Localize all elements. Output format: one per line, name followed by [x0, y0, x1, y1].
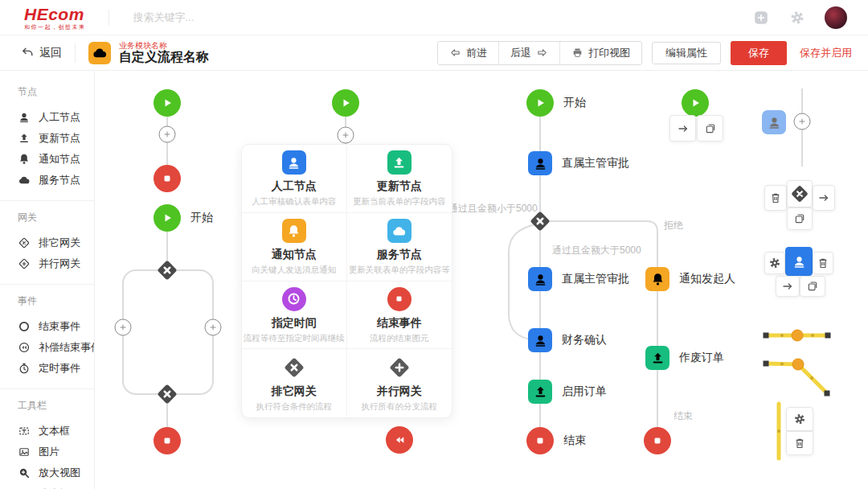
- flow-node-gateway[interactable]: [155, 382, 179, 406]
- save-button[interactable]: 保存: [731, 41, 787, 65]
- flow-node-start[interactable]: 开始: [526, 89, 554, 117]
- palette-item-title: 结束事件: [377, 316, 422, 331]
- node-settings-button[interactable]: [764, 252, 785, 274]
- palette-item[interactable]: 指定时间流程等待至指定时间再继续: [242, 281, 347, 350]
- flow-node-upload[interactable]: 作废订单: [645, 346, 669, 370]
- sidebar-item[interactable]: 定时事件: [18, 358, 94, 379]
- topbar: HEcom 和你一起，创想未来: [0, 0, 868, 35]
- palette-item[interactable]: 结束事件流程的结束图元: [347, 281, 452, 350]
- palette-item[interactable]: 通知节点向关键人发送消息通知: [242, 213, 347, 281]
- sidebar-item[interactable]: 服务节点: [18, 170, 94, 191]
- backward-button[interactable]: 后退: [498, 42, 559, 64]
- flow-node-bell[interactable]: 通知发起人: [645, 267, 669, 291]
- user-icon: [282, 150, 306, 175]
- sidebar-item[interactable]: 放大视图: [18, 462, 94, 483]
- flow-title-block: 业务模块名称 自定义流程名称: [119, 41, 209, 65]
- palette-item-title: 人工节点: [272, 179, 317, 194]
- flow-node-user[interactable]: 直属主管审批: [528, 267, 552, 291]
- sidebar-item[interactable]: 补偿结束事件: [18, 337, 94, 358]
- trash-icon: [793, 437, 806, 450]
- sidebar-item[interactable]: 人工节点: [18, 107, 94, 128]
- flow-node-add[interactable]: [205, 319, 222, 336]
- copy-node-button[interactable]: [800, 276, 825, 297]
- connect-arrow-button[interactable]: [813, 185, 835, 211]
- palette-item[interactable]: 排它网关执行符合条件的流程: [242, 349, 347, 417]
- upload-icon: [387, 150, 411, 175]
- module-label: 业务模块名称: [119, 41, 209, 51]
- flow-toolbar: 返回 业务模块名称 自定义流程名称 前进 后退 打印视图: [0, 35, 868, 71]
- node-palette-panel: 人工节点人工审核确认表单内容更新节点更新当前表单的字段内容通知节点向关键人发送消…: [241, 144, 452, 418]
- palette-item-desc: 流程等待至指定时间再继续: [244, 333, 345, 344]
- palette-item[interactable]: 更新节点更新当前表单的字段内容: [347, 145, 452, 213]
- sidebar-item[interactable]: 图片: [18, 442, 94, 462]
- flow-node-start[interactable]: [332, 89, 359, 117]
- connector-settings-button[interactable]: [786, 407, 813, 431]
- gear-icon: [793, 413, 806, 425]
- flow-node-label: 财务确认: [562, 333, 607, 347]
- palette-item-title: 服务节点: [377, 248, 422, 262]
- flow-node-label: 作废订单: [679, 351, 724, 365]
- sidebar-item[interactable]: 并行网关: [18, 253, 94, 274]
- print-view-button[interactable]: 打印视图: [559, 42, 641, 64]
- flow-node-add[interactable]: [159, 126, 176, 143]
- forward-button[interactable]: 前进: [438, 42, 498, 64]
- connector-delete-button[interactable]: [786, 431, 813, 455]
- sidebar-item[interactable]: 排它网关: [18, 232, 94, 253]
- sidebar-item-label: 放大视图: [39, 466, 80, 480]
- logo-text: HEcom: [24, 6, 86, 23]
- user-icon: [792, 254, 807, 269]
- connector-midpoint-handles[interactable]: [792, 330, 804, 370]
- flow-node-label: 直属主管审批: [562, 272, 629, 286]
- flow-node-start[interactable]: [682, 89, 709, 117]
- settings-gear-icon[interactable]: [789, 10, 805, 26]
- delete-node-button[interactable]: [764, 185, 787, 211]
- sidebar-item-label: 排它网关: [39, 236, 80, 250]
- bell-icon: [18, 153, 31, 166]
- flow-node-gateway[interactable]: [155, 258, 179, 282]
- flow-node-upload[interactable]: 启用订单: [528, 380, 552, 404]
- palette-item[interactable]: 人工节点人工审核确认表单内容: [242, 145, 347, 213]
- connect-arrow-button[interactable]: [776, 276, 800, 297]
- flow-node-end[interactable]: [154, 427, 181, 454]
- flow-node-user[interactable]: 直属主管审批: [528, 151, 552, 175]
- search-input[interactable]: [132, 10, 376, 24]
- diamond-plus-icon: [387, 355, 411, 380]
- flow-node-start[interactable]: [154, 89, 181, 117]
- delete-node-button[interactable]: [813, 252, 833, 274]
- flow-node-end[interactable]: 结束: [526, 427, 554, 454]
- flow-canvas[interactable]: 人工节点人工审核确认表单内容更新节点更新当前表单的字段内容通知节点向关键人发送消…: [95, 71, 868, 489]
- flow-node-user-faded[interactable]: [762, 110, 786, 134]
- cloud-icon: [18, 174, 31, 187]
- add-app-icon[interactable]: [752, 9, 770, 27]
- avatar[interactable]: [825, 6, 847, 29]
- selected-user-node[interactable]: [785, 247, 813, 276]
- sidebar-item[interactable]: 文本框: [18, 421, 94, 442]
- flow-node-add[interactable]: [338, 127, 354, 144]
- gateway-node-card[interactable]: [787, 180, 813, 208]
- palette-item[interactable]: 服务节点更新关联表单的字段内容等: [347, 213, 452, 281]
- flow-node-add[interactable]: [794, 113, 811, 130]
- sidebar-section: 工具栏文本框图片放大视图缩小视图查看帮助: [0, 389, 94, 489]
- flow-node-user[interactable]: 财务确认: [528, 328, 552, 352]
- sidebar-item[interactable]: 更新节点: [18, 128, 94, 149]
- palette-item[interactable]: 并行网关执行所有的分支流程: [347, 349, 452, 417]
- edit-properties-button[interactable]: 编辑属性: [652, 42, 721, 64]
- flow-node-add[interactable]: [115, 319, 132, 336]
- connect-arrow-button[interactable]: [669, 115, 696, 142]
- sidebar-item[interactable]: 缩小视图: [18, 483, 94, 489]
- sidebar-item[interactable]: 通知节点: [18, 149, 94, 170]
- logo[interactable]: HEcom 和你一起，创想未来: [24, 6, 86, 30]
- flow-node-label: 结束: [563, 434, 586, 448]
- sidebar-item[interactable]: 结束事件: [18, 316, 94, 337]
- sidebar-item-label: 更新节点: [39, 131, 80, 146]
- flow-node-end[interactable]: [644, 427, 671, 454]
- save-and-enable-button[interactable]: 保存并启用: [796, 46, 855, 60]
- flow-node-start[interactable]: 开始: [154, 204, 181, 232]
- flow-node-end[interactable]: [154, 165, 181, 192]
- flow-node-gateway[interactable]: [528, 209, 552, 233]
- flow-node-compensate-end[interactable]: [386, 426, 413, 454]
- copy-node-button[interactable]: [697, 115, 723, 142]
- back-button[interactable]: 返回: [21, 46, 62, 60]
- flow-condition-label: 拒绝: [664, 219, 683, 232]
- copy-node-button[interactable]: [787, 208, 813, 230]
